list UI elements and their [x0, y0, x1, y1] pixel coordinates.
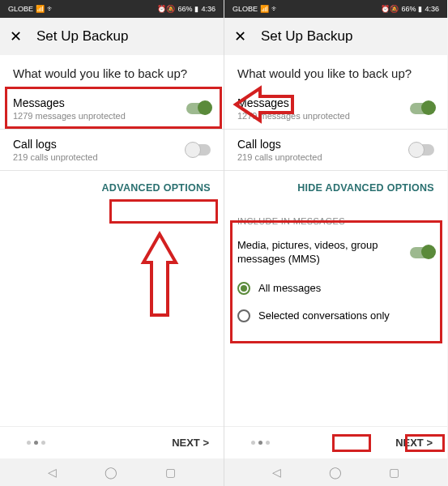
radio-unselected-icon[interactable]	[237, 309, 250, 322]
footer-bar: NEXT >	[224, 426, 447, 458]
messages-subtext: 1279 messages unprotected	[13, 111, 126, 121]
close-icon[interactable]: ✕	[234, 28, 246, 45]
battery-text: 66%	[401, 5, 416, 13]
calllogs-subtext: 219 calls unprotected	[237, 152, 322, 162]
question-text: What would you like to back up?	[13, 55, 211, 88]
nav-bar: ◁ ◯ ▢	[224, 458, 447, 486]
messages-row[interactable]: Messages 1279 messages unprotected	[237, 88, 434, 129]
status-bar: GLOBE📶 ᯤ ⏰🔕66%▮4:36	[224, 0, 447, 18]
media-row[interactable]: Media, pictures, videos, group messages …	[237, 231, 434, 275]
nav-back-icon[interactable]: ◁	[272, 466, 281, 479]
messages-toggle[interactable]	[186, 103, 211, 114]
footer-bar: NEXT >	[0, 426, 224, 458]
carrier-label: GLOBE	[8, 5, 33, 13]
messages-subtext: 1279 messages unprotected	[237, 111, 350, 121]
screen-right: GLOBE📶 ᯤ ⏰🔕66%▮4:36 ✕ Set Up Backup What…	[224, 0, 447, 486]
nav-home-icon[interactable]: ◯	[329, 466, 342, 479]
carrier-label: GLOBE	[233, 5, 258, 13]
advanced-section: INCLUDE IN MESSAGES Media, pictures, vid…	[237, 205, 434, 336]
radio-all-label: All messages	[258, 282, 321, 294]
radio-all-row[interactable]: All messages	[237, 275, 434, 302]
screen-left: GLOBE📶 ᯤ ⏰🔕66%▮4:36 ✕ Set Up Backup What…	[0, 0, 224, 486]
alarm-icon: ⏰🔕	[381, 5, 399, 13]
clock-text: 4:36	[201, 5, 215, 13]
advanced-options-link[interactable]: ADVANCED OPTIONS	[13, 171, 211, 205]
messages-row[interactable]: Messages 1279 messages unprotected	[13, 88, 211, 129]
nav-recent-icon[interactable]: ▢	[165, 466, 176, 479]
battery-text: 66%	[177, 5, 192, 13]
battery-icon: ▮	[194, 5, 198, 13]
close-icon[interactable]: ✕	[10, 28, 22, 45]
nav-home-icon[interactable]: ◯	[105, 466, 117, 479]
alarm-icon: ⏰🔕	[157, 5, 175, 13]
status-bar: GLOBE📶 ᯤ ⏰🔕66%▮4:36	[0, 0, 224, 18]
advanced-header: INCLUDE IN MESSAGES	[237, 211, 434, 231]
next-button[interactable]: NEXT >	[395, 437, 433, 449]
radio-selected-label: Selected conversations only	[258, 309, 390, 322]
page-dots	[251, 441, 270, 445]
page-dots	[27, 441, 45, 445]
media-label: Media, pictures, videos, group messages …	[237, 239, 383, 266]
messages-label: Messages	[13, 96, 126, 109]
page-title: Set Up Backup	[36, 28, 128, 45]
calllogs-label: Call logs	[237, 138, 322, 151]
radio-selected-icon[interactable]	[237, 282, 250, 295]
calllogs-subtext: 219 calls unprotected	[13, 152, 98, 162]
signal-icon: 📶 ᯤ	[36, 5, 54, 13]
messages-toggle[interactable]	[410, 103, 434, 114]
nav-back-icon[interactable]: ◁	[48, 466, 57, 479]
clock-text: 4:36	[425, 5, 439, 13]
next-button[interactable]: NEXT >	[172, 437, 209, 449]
calllogs-row[interactable]: Call logs 219 calls unprotected	[13, 130, 211, 170]
media-toggle[interactable]	[410, 247, 434, 258]
nav-recent-icon[interactable]: ▢	[389, 466, 399, 479]
title-bar: ✕ Set Up Backup	[0, 18, 224, 55]
question-text: What would you like to back up?	[237, 55, 434, 88]
nav-bar: ◁ ◯ ▢	[0, 458, 224, 486]
radio-selected-row[interactable]: Selected conversations only	[237, 302, 434, 330]
title-bar: ✕ Set Up Backup	[224, 18, 447, 55]
page-title: Set Up Backup	[261, 28, 352, 45]
hide-advanced-options-link[interactable]: HIDE ADVANCED OPTIONS	[237, 171, 434, 205]
signal-icon: 📶 ᯤ	[260, 5, 279, 13]
calllogs-label: Call logs	[13, 138, 98, 151]
battery-icon: ▮	[418, 5, 422, 13]
messages-label: Messages	[237, 96, 350, 109]
calllogs-row[interactable]: Call logs 219 calls unprotected	[237, 130, 434, 170]
calllogs-toggle[interactable]	[186, 144, 211, 156]
calllogs-toggle[interactable]	[410, 144, 434, 156]
